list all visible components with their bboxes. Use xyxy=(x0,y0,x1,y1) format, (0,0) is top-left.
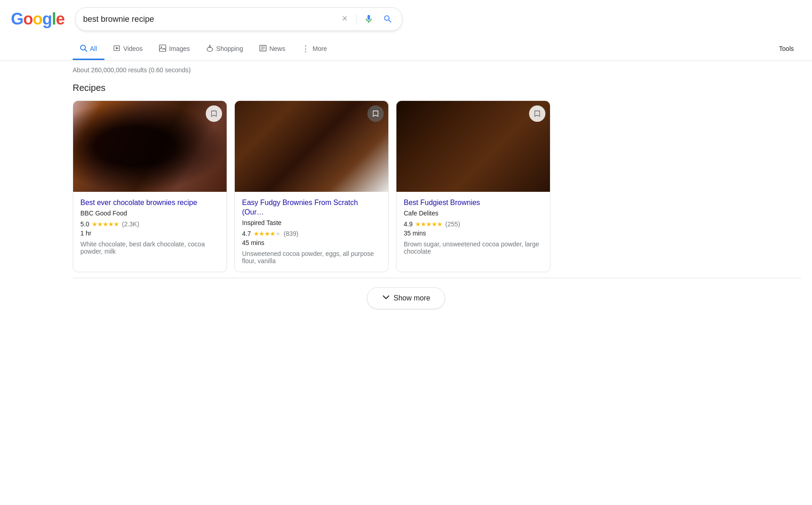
card-rating-2: 4.7 ★★★★★ (839) xyxy=(242,230,381,237)
mic-icon xyxy=(364,14,374,24)
bookmark-button-3[interactable] xyxy=(529,105,545,122)
tab-videos[interactable]: Videos xyxy=(106,39,150,60)
svg-point-6 xyxy=(207,47,213,51)
card-image-container-2 xyxy=(235,101,388,192)
svg-marker-3 xyxy=(116,47,119,49)
card-content-2: Easy Fudgy Brownies From Scratch (Our… I… xyxy=(235,192,388,272)
card-ingredients-2: Unsweetened cocoa powder, eggs, all purp… xyxy=(242,250,381,265)
results-area: About 260,000,000 results (0.60 seconds)… xyxy=(0,61,812,278)
tab-all-label: All xyxy=(90,45,97,52)
stars-2: ★★★★★ xyxy=(253,230,281,237)
recipe-card-2[interactable]: Easy Fudgy Brownies From Scratch (Our… I… xyxy=(234,100,389,272)
show-more-container: Show more xyxy=(0,278,812,327)
card-rating-3: 4.9 ★★★★★ (255) xyxy=(404,220,543,228)
search-icons xyxy=(338,12,395,26)
card-image-container-1 xyxy=(73,101,227,192)
recipes-section-title: Recipes xyxy=(73,83,801,93)
show-more-button[interactable]: Show more xyxy=(367,287,446,309)
card-content-1: Best ever chocolate brownies recipe BBC … xyxy=(73,192,227,262)
bookmark-button-1[interactable] xyxy=(206,105,222,122)
search-divider xyxy=(356,14,356,25)
bookmark-icon-2 xyxy=(372,110,379,117)
svg-line-1 xyxy=(85,49,87,51)
stars-3: ★★★★★ xyxy=(415,220,442,228)
rating-score-1: 5.0 xyxy=(80,220,89,228)
tab-news-label: News xyxy=(269,45,285,52)
card-time-3: 35 mins xyxy=(404,230,543,237)
tab-all[interactable]: All xyxy=(73,39,104,60)
rating-count-1: (2.3K) xyxy=(122,220,139,228)
search-icon xyxy=(383,14,393,24)
show-more-label: Show more xyxy=(394,294,431,302)
card-image-1 xyxy=(73,101,227,192)
bookmark-button-2[interactable] xyxy=(367,105,384,122)
card-image-2 xyxy=(235,101,388,192)
results-count: About 260,000,000 results (0.60 seconds) xyxy=(73,66,801,74)
all-icon xyxy=(80,45,87,53)
search-bar-container xyxy=(75,7,402,31)
search-button[interactable] xyxy=(381,12,395,26)
tab-images[interactable]: Images xyxy=(152,39,197,60)
card-title-1[interactable]: Best ever chocolate brownies recipe xyxy=(80,198,219,208)
rating-count-2: (839) xyxy=(283,230,298,237)
card-title-2[interactable]: Easy Fudgy Brownies From Scratch (Our… xyxy=(242,198,381,217)
tab-more[interactable]: ⋮ More xyxy=(294,38,334,60)
card-rating-1: 5.0 ★★★★★ (2.3K) xyxy=(80,220,219,228)
tab-shopping-label: Shopping xyxy=(216,45,243,52)
card-content-3: Best Fudgiest Brownies Cafe Delites 4.9 … xyxy=(396,192,550,262)
tab-images-label: Images xyxy=(169,45,190,52)
svg-rect-4 xyxy=(159,45,166,51)
header: Google xyxy=(0,0,812,38)
nav-tabs: All Videos Images Shopping News ⋮ More T… xyxy=(0,38,812,61)
chevron-down-icon xyxy=(382,293,390,303)
tab-shopping[interactable]: Shopping xyxy=(199,39,250,60)
rating-score-2: 4.7 xyxy=(242,230,251,237)
card-title-3[interactable]: Best Fudgiest Brownies xyxy=(404,198,543,208)
tab-videos-label: Videos xyxy=(124,45,143,52)
tab-more-label: More xyxy=(312,45,327,52)
card-source-3: Cafe Delites xyxy=(404,210,543,217)
recipe-card-3[interactable]: Best Fudgiest Brownies Cafe Delites 4.9 … xyxy=(396,100,550,272)
videos-icon xyxy=(114,45,121,53)
tab-news[interactable]: News xyxy=(252,39,292,60)
bookmark-icon-1 xyxy=(210,110,218,117)
images-icon xyxy=(159,45,166,53)
clear-button[interactable] xyxy=(338,13,351,25)
rating-score-3: 4.9 xyxy=(404,220,412,228)
clear-icon xyxy=(340,15,349,24)
tab-tools[interactable]: Tools xyxy=(772,40,801,59)
card-source-1: BBC Good Food xyxy=(80,210,219,217)
card-ingredients-3: Brown sugar, unsweetened cocoa powder, l… xyxy=(404,240,543,255)
stars-1: ★★★★★ xyxy=(92,220,119,228)
search-bar xyxy=(75,7,402,31)
voice-search-button[interactable] xyxy=(362,12,376,26)
google-logo[interactable]: Google xyxy=(11,10,64,29)
news-icon xyxy=(259,45,267,53)
card-time-1: 1 hr xyxy=(80,230,219,237)
bookmark-icon-3 xyxy=(534,110,541,117)
more-icon: ⋮ xyxy=(302,44,310,54)
tab-tools-label: Tools xyxy=(779,45,794,52)
recipe-card-1[interactable]: Best ever chocolate brownies recipe BBC … xyxy=(73,100,227,272)
recipe-cards: Best ever chocolate brownies recipe BBC … xyxy=(73,100,801,272)
search-input[interactable] xyxy=(83,15,332,24)
card-ingredients-1: White chocolate, best dark chocolate, co… xyxy=(80,240,219,255)
card-source-2: Inspired Taste xyxy=(242,219,381,226)
card-time-2: 45 mins xyxy=(242,239,381,246)
card-image-3 xyxy=(396,101,550,192)
shopping-icon xyxy=(206,45,213,53)
rating-count-3: (255) xyxy=(445,220,460,228)
card-image-container-3 xyxy=(396,101,550,192)
